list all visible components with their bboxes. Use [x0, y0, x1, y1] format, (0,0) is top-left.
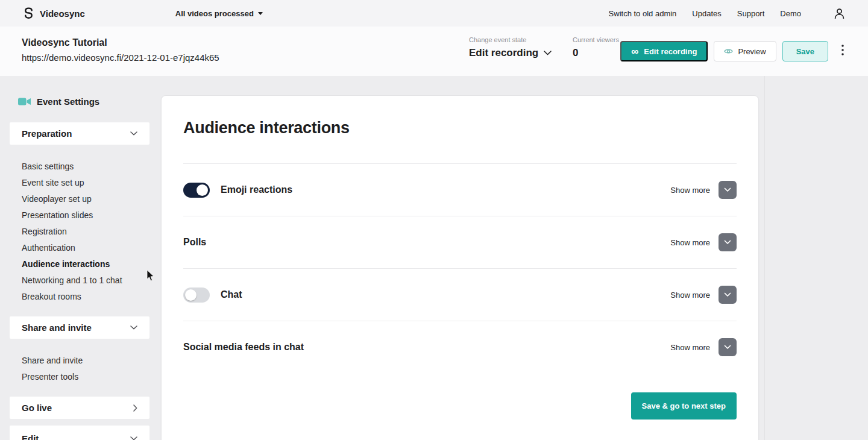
- show-more-link[interactable]: Show more: [670, 186, 710, 195]
- event-header: Videosync Tutorial https://demo.videosyn…: [0, 27, 868, 76]
- feature-rows: Emoji reactions Show more Polls Show mor…: [183, 163, 737, 373]
- videos-processed-label: All videos processed: [175, 9, 254, 18]
- show-more-link[interactable]: Show more: [670, 238, 710, 247]
- sidebar-item-presentation-slides[interactable]: Presentation slides: [10, 207, 149, 223]
- chevron-down-icon: [724, 292, 731, 297]
- sidebar-item-event-site-set-up[interactable]: Event site set up: [10, 174, 149, 190]
- event-state-label: Change event state: [469, 36, 552, 43]
- top-bar: Videosync All videos processed Switch to…: [0, 0, 868, 27]
- section-preparation-label: Preparation: [22, 128, 72, 139]
- video-camera-icon: [18, 97, 31, 106]
- event-title: Videosync Tutorial: [22, 37, 219, 48]
- emoji-reactions-toggle[interactable]: [183, 183, 210, 198]
- current-viewers-label: Current viewers: [573, 36, 619, 43]
- sidebar: Event Settings Preparation Basic setting…: [10, 76, 149, 107]
- infinity-icon: ∞: [631, 46, 638, 57]
- brand[interactable]: Videosync: [23, 7, 85, 20]
- sidebar-item-breakout-rooms[interactable]: Breakout rooms: [10, 288, 149, 304]
- link-support[interactable]: Support: [737, 9, 765, 18]
- section-go-live-label: Go live: [22, 403, 52, 413]
- row-label: Emoji reactions: [221, 184, 292, 195]
- chevron-down-icon: [130, 436, 137, 440]
- section-edit[interactable]: Edit: [10, 426, 149, 440]
- eye-icon: [724, 48, 733, 55]
- section-preparation[interactable]: Preparation: [10, 122, 149, 145]
- preview-button-label: Preview: [738, 47, 766, 56]
- row-label: Chat: [221, 289, 242, 300]
- section-share-and-invite[interactable]: Share and invite: [10, 316, 149, 339]
- row-chat: Chat Show more: [183, 268, 737, 321]
- chevron-down-icon: [130, 325, 137, 330]
- event-state-value: Edit recording: [469, 47, 538, 59]
- brand-name: Videosync: [40, 8, 85, 19]
- show-more-link[interactable]: Show more: [670, 291, 710, 300]
- preparation-items: Basic settings Event site set up Videopl…: [10, 158, 149, 304]
- preview-button[interactable]: Preview: [714, 41, 776, 61]
- share-items: Share and invite Presenter tools: [10, 352, 149, 385]
- sidebar-item-networking-chat[interactable]: Networking and 1 to 1 chat: [10, 272, 149, 288]
- chat-toggle[interactable]: [183, 288, 210, 303]
- save-next-step-button[interactable]: Save & go to next step: [631, 392, 737, 420]
- row-label: Social media feeds in chat: [183, 342, 304, 353]
- section-go-live[interactable]: Go live: [10, 397, 149, 419]
- videosync-logo-icon: [23, 7, 34, 20]
- chevron-down-icon: [724, 187, 731, 192]
- section-edit-label: Edit: [22, 433, 39, 440]
- panel-edge-divider: [764, 76, 765, 440]
- audience-interactions-panel: Audience interactions Emoji reactions Sh…: [161, 95, 759, 440]
- event-url[interactable]: https://demo.videosync.fi/2021-12-01-e7j…: [22, 52, 219, 63]
- save-button-label: Save: [796, 47, 814, 56]
- sidebar-item-presenter-tools[interactable]: Presenter tools: [10, 368, 149, 385]
- top-bar-links: Switch to old admin Updates Support Demo: [609, 8, 845, 19]
- edit-recording-button[interactable]: ∞ Edit recording: [620, 41, 708, 61]
- person-icon[interactable]: [834, 8, 845, 19]
- expand-button[interactable]: [719, 233, 737, 251]
- chevron-down-icon: [130, 131, 137, 136]
- row-emoji-reactions: Emoji reactions Show more: [183, 163, 737, 216]
- chevron-down-icon: [544, 51, 552, 55]
- current-viewers-count: 0: [573, 47, 619, 59]
- chevron-down-icon: [724, 240, 731, 245]
- link-updates[interactable]: Updates: [692, 9, 721, 18]
- show-more-link[interactable]: Show more: [670, 343, 710, 352]
- current-viewers-block: Current viewers 0: [573, 36, 619, 59]
- event-identity: Videosync Tutorial https://demo.videosyn…: [22, 37, 219, 63]
- chevron-down-icon: [724, 345, 731, 350]
- expand-button[interactable]: [719, 181, 737, 199]
- chevron-right-icon: [133, 404, 137, 412]
- sidebar-item-audience-interactions[interactable]: Audience interactions: [10, 256, 149, 272]
- row-polls: Polls Show more: [183, 216, 737, 268]
- event-settings-title: Event Settings: [18, 96, 149, 107]
- link-switch-old-admin[interactable]: Switch to old admin: [609, 9, 677, 18]
- toggle-knob: [197, 184, 208, 196]
- sidebar-item-videoplayer-set-up[interactable]: Videoplayer set up: [10, 190, 149, 207]
- page-title: Audience interactions: [183, 119, 350, 137]
- kebab-menu-icon[interactable]: [839, 42, 846, 60]
- videos-processed-dropdown[interactable]: All videos processed: [175, 9, 263, 18]
- sidebar-item-share-and-invite[interactable]: Share and invite: [10, 352, 149, 368]
- expand-button[interactable]: [719, 338, 737, 356]
- expand-button[interactable]: [719, 286, 737, 304]
- section-share-label: Share and invite: [22, 322, 92, 333]
- sidebar-item-authentication[interactable]: Authentication: [10, 239, 149, 256]
- event-state-select[interactable]: Edit recording: [469, 47, 552, 59]
- sidebar-item-registration[interactable]: Registration: [10, 223, 149, 239]
- row-social-media-feeds: Social media feeds in chat Show more: [183, 321, 737, 373]
- save-button[interactable]: Save: [782, 41, 828, 61]
- edit-recording-button-label: Edit recording: [644, 47, 697, 56]
- toggle-knob: [185, 289, 197, 301]
- link-demo[interactable]: Demo: [780, 9, 801, 18]
- caret-down-icon: [258, 12, 263, 15]
- event-settings-title-label: Event Settings: [37, 96, 99, 107]
- header-actions: ∞ Edit recording Preview Save: [620, 41, 846, 61]
- event-state-block: Change event state Edit recording: [469, 36, 552, 59]
- row-label: Polls: [183, 237, 206, 248]
- sidebar-item-basic-settings[interactable]: Basic settings: [10, 158, 149, 174]
